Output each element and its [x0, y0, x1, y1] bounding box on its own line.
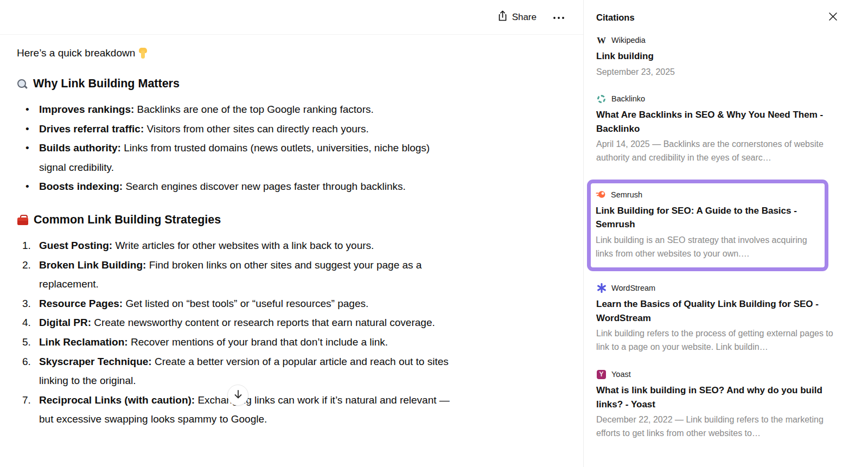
list-item: Digital PR: Create newsworthy content or…: [17, 313, 451, 332]
intro-line: Here’s a quick breakdown: [17, 46, 467, 60]
list-item: Guest Posting: Write articles for other …: [17, 236, 451, 255]
list-item: Boosts indexing: Search engines discover…: [17, 177, 451, 196]
citation-entry-wordstream[interactable]: WordStream Learn the Basics of Quality L…: [596, 283, 834, 354]
list-item: Broken Link Building: Find broken links …: [17, 255, 451, 294]
citation-source-row: WordStream: [596, 283, 834, 293]
close-citations-button[interactable]: [828, 12, 838, 23]
citation-snippet: December 22, 2022 — Link building refers…: [596, 413, 834, 440]
yoast-icon: Y: [596, 369, 607, 380]
list-item: Drives referral traffic: Visitors from o…: [17, 119, 451, 139]
main-topbar: Share: [0, 0, 583, 35]
share-label: Share: [512, 12, 537, 23]
share-icon: [497, 10, 508, 24]
more-options-button[interactable]: [553, 13, 565, 21]
list-item: Improves rankings: Backlinks are one of …: [17, 100, 451, 119]
wordstream-icon: [596, 283, 607, 293]
citation-snippet: Link building refers to the process of g…: [596, 327, 834, 354]
citations-panel: Citations W Wikipedia Link building Sept…: [584, 0, 868, 467]
scroll-to-bottom-button[interactable]: [227, 385, 248, 406]
citation-snippet: April 14, 2025 — Backlinks are the corne…: [596, 138, 834, 165]
benefits-bullet-list: Improves rankings: Backlinks are one of …: [17, 100, 451, 196]
citation-source-row: Y Yoast: [596, 369, 834, 380]
citation-source-row: Semrush: [596, 189, 820, 200]
document-content: Here’s a quick breakdown Why Link Buildi…: [0, 35, 467, 429]
citation-snippet: Link building is an SEO strategy that in…: [596, 234, 820, 261]
section-heading-common-strategies: Common Link Building Strategies: [17, 213, 467, 227]
magnifier-emoji-icon: [17, 78, 28, 90]
close-icon: [828, 12, 838, 23]
citation-entry-wikipedia[interactable]: W Wikipedia Link building September 23, …: [596, 35, 834, 79]
wikipedia-icon: W: [596, 35, 607, 46]
citation-entry-semrush: Semrush Link Building for SEO: A Guide t…: [596, 189, 820, 261]
intro-text: Here’s a quick breakdown: [17, 46, 135, 60]
semrush-icon: [596, 189, 606, 200]
citations-panel-header: Citations: [584, 0, 868, 35]
ellipsis-icon: [553, 13, 565, 21]
citation-source-name: Wikipedia: [611, 36, 646, 44]
list-item: Resource Pages: Get listed on “best tool…: [17, 294, 451, 314]
citation-title: Link Building for SEO: A Guide to the Ba…: [596, 204, 820, 232]
toolbox-emoji-icon: [17, 214, 29, 226]
citation-date: September 23, 2025: [596, 66, 834, 79]
backlinko-icon: [596, 94, 607, 104]
citation-entry-backlinko[interactable]: Backlinko What Are Backlinks in SEO & Wh…: [596, 93, 834, 165]
arrow-down-icon: [234, 389, 242, 401]
citation-source-name: Backlinko: [611, 94, 645, 103]
citation-source-name: Yoast: [611, 370, 631, 379]
main-document-area: Share Here’s a quick breakdown Wh: [0, 0, 584, 467]
citation-entry-yoast[interactable]: Y Yoast What is link building in SEO? An…: [596, 369, 834, 440]
share-button[interactable]: Share: [497, 10, 537, 24]
citation-title: Learn the Basics of Quality Link Buildin…: [596, 297, 834, 325]
app-window: Share Here’s a quick breakdown Wh: [0, 0, 868, 467]
citation-entry-semrush-highlighted[interactable]: Semrush Link Building for SEO: A Guide t…: [587, 180, 828, 272]
citations-panel-title: Citations: [596, 12, 635, 23]
section-heading-why-link-building-matters: Why Link Building Matters: [17, 76, 467, 91]
citation-source-name: WordStream: [611, 284, 655, 292]
citation-source-row: W Wikipedia: [596, 35, 834, 46]
list-item: Builds authority: Links from trusted dom…: [17, 138, 451, 177]
citation-title: What Are Backlinks in SEO & Why You Need…: [596, 108, 834, 136]
citation-title: What is link building in SEO? And why do…: [596, 383, 834, 411]
list-item: Link Reclamation: Recover mentions of yo…: [17, 332, 451, 352]
pointing-down-emoji-icon: [138, 47, 148, 59]
list-item: Skyscraper Technique: Create a better ve…: [17, 352, 451, 391]
citation-source-row: Backlinko: [596, 93, 834, 104]
citation-source-name: Semrush: [611, 190, 642, 199]
citation-title: Link building: [596, 49, 834, 63]
